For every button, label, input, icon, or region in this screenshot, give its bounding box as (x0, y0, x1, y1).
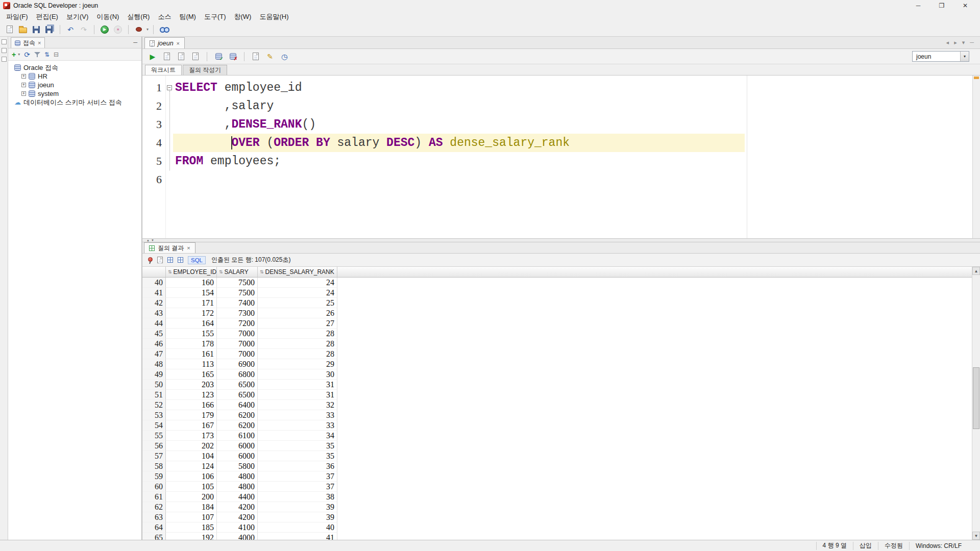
data-cell[interactable]: 179 (166, 410, 217, 420)
data-cell[interactable]: 25 (258, 298, 337, 308)
data-cell[interactable]: 6500 (217, 380, 258, 390)
filter-icon[interactable] (34, 52, 40, 58)
expand-plus-icon[interactable]: + (21, 83, 26, 87)
expand-plus-icon[interactable]: + (21, 91, 26, 96)
data-cell[interactable]: 30 (258, 369, 337, 380)
sql-button[interactable]: SQL (188, 256, 206, 264)
data-cell[interactable]: 6200 (217, 420, 258, 431)
data-cell[interactable]: 27 (258, 318, 337, 329)
data-cell[interactable]: 164 (166, 318, 217, 329)
data-cell[interactable]: 123 (166, 390, 217, 400)
data-cell[interactable]: 184 (166, 502, 217, 512)
data-cell[interactable]: 31 (258, 390, 337, 400)
data-cell[interactable]: 7000 (217, 339, 258, 349)
menu-item-1[interactable]: 편집(E) (32, 11, 62, 22)
new-connection-icon[interactable]: + (12, 51, 16, 58)
grid-row-41[interactable]: 41154750024 (142, 288, 972, 298)
data-cell[interactable]: 6800 (217, 369, 258, 380)
data-cell[interactable]: 107 (166, 512, 217, 522)
data-cell[interactable]: 35 (258, 451, 337, 461)
tree-item-cloud-schema-connections[interactable]: ☁데이터베이스 스키마 서비스 접속 (8, 98, 141, 107)
tab-connections[interactable]: 접속 × (11, 37, 45, 48)
data-cell[interactable]: 5800 (217, 461, 258, 471)
data-cell[interactable]: 173 (166, 431, 217, 441)
grid-row-56[interactable]: 56202600035 (142, 441, 972, 451)
grid-row-51[interactable]: 51123650031 (142, 390, 972, 400)
scroll-down-icon[interactable]: ▼ (972, 532, 980, 540)
connection-combo[interactable]: joeun ▾ (912, 51, 969, 62)
new-connection-dropdown-icon[interactable]: ▾ (18, 53, 20, 57)
tree-item-hr[interactable]: +HR (8, 72, 141, 81)
data-cell[interactable]: 202 (166, 441, 217, 451)
run-statement-button[interactable]: ▶ (147, 51, 158, 62)
data-cell[interactable]: 26 (258, 308, 337, 318)
data-cell[interactable]: 7200 (217, 318, 258, 329)
menu-item-8[interactable]: 창(W) (230, 11, 256, 22)
data-cell[interactable]: 106 (166, 471, 217, 482)
tab-worksheet-joeun[interactable]: joeun × (144, 37, 185, 48)
data-cell[interactable]: 155 (166, 329, 217, 339)
splitter-up-icon[interactable]: ▲ (146, 239, 150, 242)
maximize-button[interactable]: ❐ (930, 2, 953, 9)
data-cell[interactable]: 4400 (217, 492, 258, 502)
grid-row-42[interactable]: 42171740025 (142, 298, 972, 308)
data-cell[interactable]: 34 (258, 431, 337, 441)
grid-row-61[interactable]: 61200440038 (142, 492, 972, 502)
refresh-icon[interactable]: ⟳ (24, 51, 30, 58)
data-cell[interactable]: 33 (258, 420, 337, 431)
debug-button[interactable] (133, 24, 144, 35)
data-cell[interactable]: 105 (166, 482, 217, 492)
data-cell[interactable]: 32 (258, 400, 337, 410)
search-button[interactable] (158, 24, 169, 35)
splitter-down-icon[interactable]: ▼ (151, 239, 154, 242)
data-cell[interactable]: 6000 (217, 441, 258, 451)
menu-item-7[interactable]: 도구(T) (200, 11, 230, 22)
chevron-down-icon[interactable]: ▾ (960, 52, 969, 61)
tab-scroll-left-icon[interactable]: ◂ (946, 39, 949, 46)
data-cell[interactable]: 39 (258, 512, 337, 522)
code-line-1[interactable]: SELECT employee_id (173, 79, 972, 97)
grid-row-58[interactable]: 58124580036 (142, 461, 972, 471)
grid-row-46[interactable]: 46178700028 (142, 339, 972, 349)
stop-button[interactable]: ■ (112, 24, 124, 35)
data-cell[interactable]: 6500 (217, 390, 258, 400)
tab-list-dropdown-icon[interactable]: ▾ (962, 39, 965, 46)
menu-item-0[interactable]: 파일(F) (2, 11, 32, 22)
data-cell[interactable]: 41 (258, 533, 337, 540)
redo-button[interactable]: ↷ (78, 24, 89, 35)
data-cell[interactable]: 7300 (217, 308, 258, 318)
run-button[interactable]: ▶ (99, 24, 110, 35)
data-cell[interactable]: 203 (166, 380, 217, 390)
editor-scrollbar[interactable] (972, 76, 980, 238)
pane-minimize-icon[interactable]: ─ (970, 39, 974, 46)
save-grid-icon[interactable] (157, 257, 163, 263)
unshared-worksheet-button[interactable] (250, 51, 261, 62)
data-cell[interactable]: 4200 (217, 512, 258, 522)
code-line-4[interactable]: OVER (ORDER BY salary DESC) AS dense_sal… (173, 134, 972, 152)
data-cell[interactable]: 165 (166, 369, 217, 380)
grid-row-54[interactable]: 54167620033 (142, 420, 972, 431)
data-cell[interactable]: 33 (258, 410, 337, 420)
data-cell[interactable]: 7000 (217, 329, 258, 339)
data-cell[interactable]: 185 (166, 522, 217, 533)
column-header-salary[interactable]: ⇅ SALARY (217, 267, 258, 277)
data-cell[interactable]: 4000 (217, 533, 258, 540)
new-file-button[interactable] (4, 24, 15, 35)
data-cell[interactable]: 124 (166, 461, 217, 471)
grid-row-47[interactable]: 47161700028 (142, 349, 972, 359)
grid-row-63[interactable]: 63107420039 (142, 512, 972, 522)
autotrace-button[interactable] (176, 51, 187, 62)
commit-button[interactable]: ✓ (213, 51, 224, 62)
data-cell[interactable]: 167 (166, 420, 217, 431)
grid-row-55[interactable]: 55173610034 (142, 431, 972, 441)
data-cell[interactable]: 7500 (217, 288, 258, 298)
clear-button[interactable]: ✎ (264, 51, 276, 62)
data-cell[interactable]: 161 (166, 349, 217, 359)
scroll-thumb[interactable] (973, 367, 979, 429)
data-cell[interactable]: 28 (258, 349, 337, 359)
data-cell[interactable]: 178 (166, 339, 217, 349)
fold-collapse-icon[interactable]: − (167, 85, 172, 90)
code-line-2[interactable]: ,salary (173, 97, 972, 115)
data-cell[interactable]: 154 (166, 288, 217, 298)
tab-scroll-right-icon[interactable]: ▸ (954, 39, 957, 46)
